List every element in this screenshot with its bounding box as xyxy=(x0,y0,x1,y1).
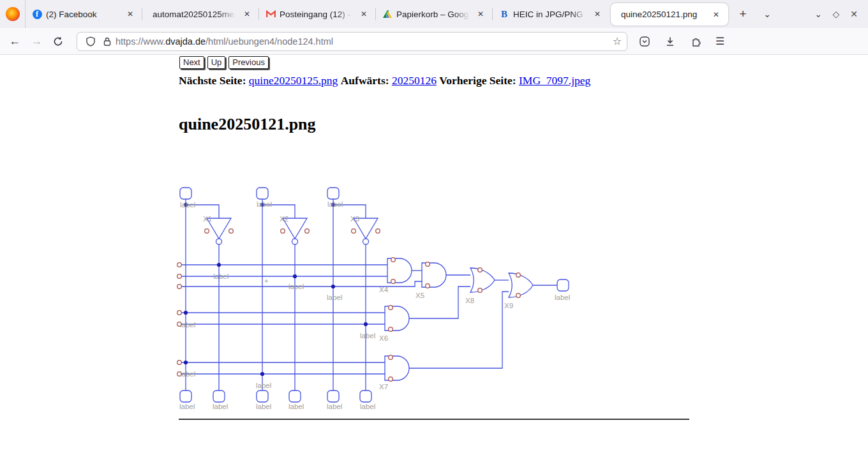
next-page-link[interactable]: quine20250125.png xyxy=(249,74,338,87)
junction-dot xyxy=(364,322,368,326)
tab-close-icon[interactable]: ✕ xyxy=(241,8,253,20)
next-button[interactable]: Next xyxy=(179,56,204,69)
toolbar-right-icons: ☰ xyxy=(639,35,728,47)
junction-dot xyxy=(184,361,188,364)
port-dot xyxy=(229,229,234,234)
firefox-menu-button[interactable] xyxy=(0,0,26,28)
port-dot xyxy=(352,229,356,234)
up-button[interactable]: Up xyxy=(207,56,226,69)
tab-heic[interactable]: B HEIC in JPG/PNG um ✕ xyxy=(493,0,610,28)
new-tab-button[interactable]: + xyxy=(733,0,752,28)
lock-icon xyxy=(102,36,112,47)
up-link[interactable]: 20250126 xyxy=(392,74,437,87)
maximize-button[interactable]: ◇ xyxy=(827,0,845,28)
port-dot xyxy=(426,262,430,267)
port-dot xyxy=(478,288,483,293)
output-terminal-box xyxy=(557,279,569,291)
junction-dot xyxy=(217,263,221,267)
junction-dot xyxy=(184,311,188,315)
tabbar-spacer xyxy=(777,0,809,28)
output-terminal-box xyxy=(327,391,339,402)
tab-quine-active[interactable]: quine20250121.png ✕ xyxy=(611,3,728,26)
port-dot xyxy=(389,327,393,332)
gate-name-label: X9 xyxy=(504,302,513,309)
tab-close-icon[interactable]: ✕ xyxy=(358,8,370,20)
tab-papierkorb[interactable]: Papierkorb – Google ✕ xyxy=(376,0,493,28)
gate-name-label: X2 xyxy=(280,215,288,223)
extensions-icon[interactable] xyxy=(690,36,701,47)
port-dot xyxy=(389,377,393,382)
tab-close-icon[interactable]: ✕ xyxy=(124,8,136,20)
menu-hamburger-icon[interactable]: ☰ xyxy=(715,35,724,47)
not-bubble-X3 xyxy=(363,239,369,244)
placeholder-label: label xyxy=(179,403,195,410)
port-dot xyxy=(205,229,209,234)
gate-name-label: X8 xyxy=(465,297,474,304)
page-content: Next Up Previous Nächste Seite: quine202… xyxy=(0,55,868,462)
placeholder-label: label xyxy=(180,201,195,209)
output-terminal-box xyxy=(289,391,301,402)
tab-title: automat20250125mealy xyxy=(153,10,237,19)
placeholder-label: label xyxy=(288,403,304,410)
input-terminal-box xyxy=(257,188,268,199)
gmail-icon xyxy=(266,9,276,19)
port-dot xyxy=(305,229,310,234)
tab-title: HEIC in JPG/PNG um xyxy=(513,10,588,19)
navigation-toolbar: ← → https://www.dvajda.de/html/uebungen4… xyxy=(0,28,868,55)
port-dot xyxy=(376,229,380,234)
reload-button[interactable] xyxy=(47,36,69,47)
placeholder-label: label xyxy=(327,200,343,208)
tab-close-icon[interactable]: ✕ xyxy=(592,8,603,20)
tab-title: (2) Facebook xyxy=(46,10,121,19)
placeholder-label: + xyxy=(264,277,269,285)
output-terminal-box xyxy=(180,391,191,402)
tab-automat[interactable]: automat20250125mealy ✕ xyxy=(142,0,259,28)
not-bubble-X2 xyxy=(292,239,298,244)
google-drive-icon xyxy=(382,9,393,19)
firefox-icon xyxy=(6,7,20,21)
url-bar[interactable]: https://www.dvajda.de/html/uebungen4/nod… xyxy=(77,32,627,51)
and-gate-X6 xyxy=(385,306,409,331)
placeholder-label: label xyxy=(213,403,228,410)
port-dot xyxy=(391,258,396,262)
next-page-label: Nächste Seite: xyxy=(179,74,246,87)
and-gate-X4 xyxy=(387,258,412,283)
port-dot xyxy=(177,274,182,279)
placeholder-label: label xyxy=(327,403,342,410)
minimize-button[interactable]: ⌄ xyxy=(809,0,827,28)
port-dot xyxy=(389,355,393,360)
placeholder-label: label xyxy=(256,382,271,389)
tab-close-icon[interactable]: ✕ xyxy=(475,8,486,20)
url-text[interactable]: https://www.dvajda.de/html/uebungen4/nod… xyxy=(116,36,609,47)
port-dot xyxy=(478,268,483,272)
port-dot xyxy=(177,311,182,315)
bookmark-star-icon[interactable]: ☆ xyxy=(613,35,622,47)
tab-facebook[interactable]: f (2) Facebook ✕ xyxy=(26,0,142,28)
tab-close-icon[interactable]: ✕ xyxy=(710,9,722,20)
previous-page-link[interactable]: IMG_7097.jpeg xyxy=(519,74,590,87)
not-bubble-X1 xyxy=(216,239,222,244)
placeholder-label: label xyxy=(360,403,375,410)
downloads-icon[interactable] xyxy=(664,36,676,47)
close-window-button[interactable]: ✕ xyxy=(845,0,863,28)
port-dot xyxy=(426,284,430,288)
back-button[interactable]: ← xyxy=(4,34,26,48)
gate-name-label: X4 xyxy=(379,286,389,294)
previous-button[interactable]: Previous xyxy=(228,56,269,69)
tab-posteingang[interactable]: Posteingang (12) - da ✕ xyxy=(259,0,376,28)
placeholder-label: label xyxy=(213,272,228,280)
gate-name-label: X3 xyxy=(350,215,359,223)
gate-name-label: X7 xyxy=(379,383,388,391)
tab-title: quine20250121.png xyxy=(621,10,707,19)
and-gate-X7 xyxy=(385,356,409,380)
placeholder-label: label xyxy=(555,294,570,301)
list-all-tabs-icon[interactable]: ⌄ xyxy=(758,0,777,28)
nav-links-line: Nächste Seite: quine20250125.png Aufwärt… xyxy=(179,74,590,87)
port-dot xyxy=(177,263,182,267)
port-dot xyxy=(177,285,182,289)
circuit-diagram: X1X2X3X4X5X6X7X8X9labellabellabellabel+l… xyxy=(172,179,581,421)
port-dot xyxy=(281,229,285,234)
previous-page-label: Vorherige Seite: xyxy=(439,74,516,87)
pocket-icon[interactable] xyxy=(639,36,650,47)
port-dot xyxy=(391,279,396,284)
